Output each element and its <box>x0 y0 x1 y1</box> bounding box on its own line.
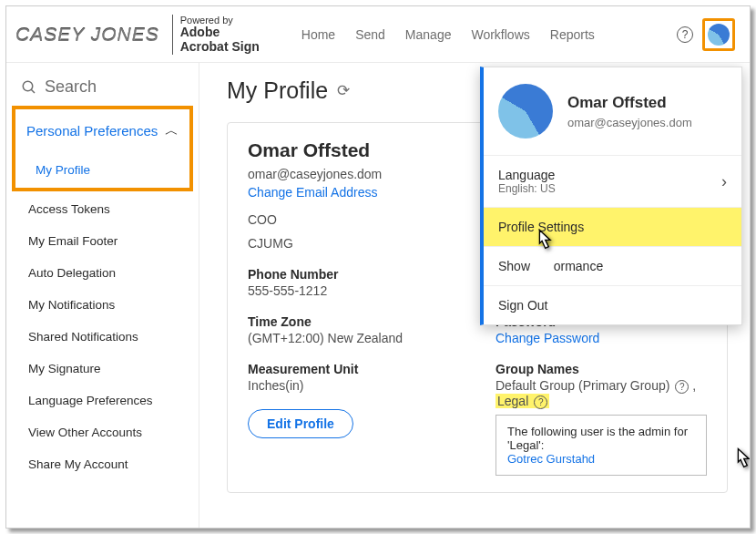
brand-line1: Adobe <box>180 26 260 39</box>
powered-by: Powered by Adobe Acrobat Sign <box>180 15 260 54</box>
tz-value: (GMT+12:00) New Zealand <box>248 331 459 345</box>
groups-label: Group Names <box>495 362 707 376</box>
avatar-icon <box>498 84 553 139</box>
profile-company: CJUMG <box>248 236 459 251</box>
sidebar: Search Personal Preferences ︿ My Profile… <box>6 63 199 528</box>
dropdown-sign-out[interactable]: Sign Out <box>484 285 741 324</box>
sidebar-item-my-signature[interactable]: My Signature <box>6 353 199 385</box>
brand-line2: Acrobat Sign <box>180 40 260 54</box>
help-icon[interactable]: ? <box>675 380 689 394</box>
group-legal: Legal <box>497 394 528 408</box>
main-content: My Profile ⟳ Omar Offsted omar@caseyjone… <box>199 63 750 528</box>
show-perf-b: ormance <box>554 259 603 273</box>
lang-label: Language <box>498 168 556 182</box>
cursor-pointer-icon <box>728 446 750 478</box>
change-email-link[interactable]: Change Email Address <box>248 185 459 200</box>
lang-value: English: US <box>498 182 556 195</box>
sidebar-item-share-my-account[interactable]: Share My Account <box>6 448 199 480</box>
group-separator: , <box>692 378 696 393</box>
page-title-text: My Profile <box>227 77 328 104</box>
dropdown-show-performance[interactable]: ShowPerformance <box>484 246 741 285</box>
chevron-up-icon: ︿ <box>165 122 179 139</box>
search-icon <box>21 79 37 96</box>
edit-profile-button[interactable]: Edit Profile <box>248 409 353 438</box>
sidebar-item-my-profile[interactable]: My Profile <box>15 152 189 188</box>
phone-label: Phone Number <box>248 267 459 282</box>
sidebar-active-highlight: My Profile <box>12 152 193 191</box>
profile-name: Omar Offsted <box>248 139 459 161</box>
avatar-icon <box>708 24 730 46</box>
search-placeholder: Search <box>45 77 97 97</box>
dropdown-profile-settings[interactable]: Profile Settings <box>484 207 741 246</box>
svg-line-1 <box>31 89 35 93</box>
section-title: Personal Preferences <box>26 123 158 139</box>
show-perf-a: Show <box>498 259 530 273</box>
help-icon[interactable]: ? <box>534 395 547 409</box>
sidebar-items: Access Tokens My Email Footer Auto Deleg… <box>6 193 199 480</box>
profile-col-left: Omar Offsted omar@caseyjones.dom Change … <box>248 139 459 476</box>
profile-role: COO <box>248 212 459 227</box>
profile-email: omar@caseyjones.dom <box>248 167 459 181</box>
sidebar-item-view-other-accounts[interactable]: View Other Accounts <box>6 416 199 448</box>
search-input[interactable]: Search <box>6 72 199 106</box>
nav-home[interactable]: Home <box>301 27 335 42</box>
sidebar-item-email-footer[interactable]: My Email Footer <box>6 225 199 257</box>
nav-send[interactable]: Send <box>355 27 385 42</box>
phone-block: Phone Number 555-555-1212 <box>248 267 459 298</box>
sidebar-item-shared-notifications[interactable]: Shared Notifications <box>6 321 199 353</box>
group-default: Default Group (Primary Group) <box>495 378 669 393</box>
sidebar-item-my-notifications[interactable]: My Notifications <box>6 289 199 321</box>
app-window: CASEY JONES Powered by Adobe Acrobat Sig… <box>5 5 751 529</box>
help-icon[interactable]: ? <box>677 26 693 43</box>
top-nav: Home Send Manage Workflows Reports <box>301 27 595 42</box>
sidebar-section-personal-prefs[interactable]: Personal Preferences ︿ <box>12 106 193 152</box>
account-dropdown: Omar Offsted omar@caseyjones.dom Languag… <box>480 67 742 325</box>
groups-block: Group Names Default Group (Primary Group… <box>495 362 707 476</box>
avatar-button[interactable] <box>702 18 735 51</box>
tooltip-text: The following user is the admin for 'Leg… <box>507 425 695 452</box>
sidebar-item-access-tokens[interactable]: Access Tokens <box>6 193 199 225</box>
group-legal-highlight: Legal ? <box>495 394 549 408</box>
chevron-right-icon: › <box>721 172 727 191</box>
nav-reports[interactable]: Reports <box>550 27 595 42</box>
tooltip-admin-link[interactable]: Gotrec Gurstahd <box>507 452 695 466</box>
nav-manage[interactable]: Manage <box>405 27 452 42</box>
profile-settings-label: Profile Settings <box>498 220 584 234</box>
mu-block: Measurement Unit Inches(in) <box>248 362 459 393</box>
dropdown-header: Omar Offsted omar@caseyjones.dom <box>484 67 741 155</box>
dropdown-language[interactable]: Language English: US › <box>484 155 741 207</box>
phone-value: 555-555-1212 <box>248 283 459 298</box>
top-right: ? <box>677 18 735 51</box>
body: Search Personal Preferences ︿ My Profile… <box>6 63 750 528</box>
topbar: CASEY JONES Powered by Adobe Acrobat Sig… <box>6 6 750 63</box>
brand-logo: CASEY JONES <box>15 24 159 46</box>
sidebar-item-auto-delegation[interactable]: Auto Delegation <box>6 257 199 289</box>
nav-workflows[interactable]: Workflows <box>471 27 529 42</box>
vertical-divider <box>172 15 173 55</box>
mu-label: Measurement Unit <box>248 362 459 376</box>
svg-point-0 <box>23 81 33 91</box>
group-admin-tooltip: The following user is the admin for 'Leg… <box>495 415 707 476</box>
sidebar-item-language-prefs[interactable]: Language Preferences <box>6 385 199 416</box>
dropdown-name: Omar Offsted <box>567 94 692 112</box>
refresh-icon[interactable]: ⟳ <box>337 81 350 100</box>
groups-value: Default Group (Primary Group) ? , Legal … <box>495 378 707 409</box>
change-password-link[interactable]: Change Password <box>495 331 707 345</box>
tz-block: Time Zone (GMT+12:00) New Zealand <box>248 314 459 345</box>
dropdown-email: omar@caseyjones.dom <box>567 116 692 129</box>
tz-label: Time Zone <box>248 314 459 329</box>
mu-value: Inches(in) <box>248 378 459 393</box>
